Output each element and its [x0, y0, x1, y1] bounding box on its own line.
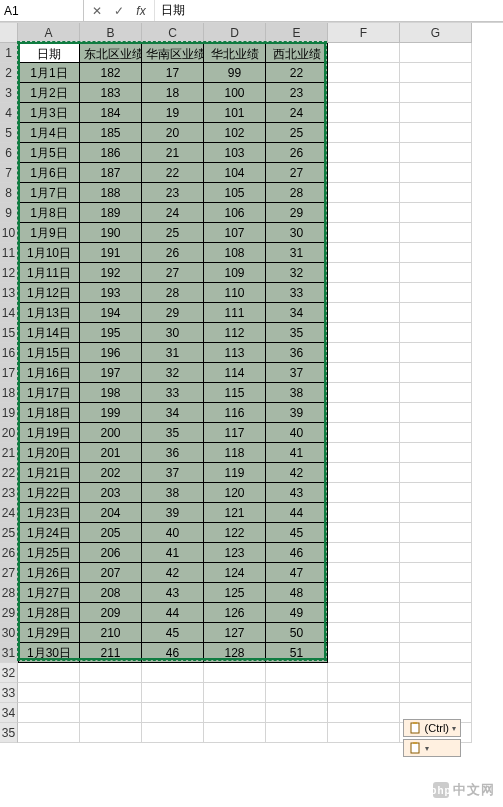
cell[interactable]: 25	[266, 123, 328, 143]
cell[interactable]: 205	[80, 523, 142, 543]
cell[interactable]: 1月17日	[18, 383, 80, 403]
cell[interactable]: 37	[142, 463, 204, 483]
cell[interactable]: 210	[80, 623, 142, 643]
row-header[interactable]: 19	[0, 403, 18, 423]
cell[interactable]: 1月18日	[18, 403, 80, 423]
cell[interactable]: 37	[266, 363, 328, 383]
cell[interactable]: 日期	[18, 43, 80, 63]
row-header[interactable]: 21	[0, 443, 18, 463]
cell[interactable]: 42	[266, 463, 328, 483]
cell[interactable]	[400, 63, 472, 83]
fx-icon[interactable]: fx	[130, 1, 152, 21]
cell[interactable]: 198	[80, 383, 142, 403]
cell[interactable]	[400, 303, 472, 323]
cell[interactable]: 50	[266, 623, 328, 643]
cell[interactable]: 22	[142, 163, 204, 183]
cell[interactable]	[80, 703, 142, 723]
cell[interactable]: 208	[80, 583, 142, 603]
cell[interactable]: 1月4日	[18, 123, 80, 143]
cell[interactable]: 23	[142, 183, 204, 203]
cell[interactable]: 34	[142, 403, 204, 423]
cell[interactable]: 202	[80, 463, 142, 483]
paste-more-button[interactable]: ▾	[403, 739, 461, 757]
row-header[interactable]: 10	[0, 223, 18, 243]
cell[interactable]: 1月7日	[18, 183, 80, 203]
cell[interactable]	[400, 83, 472, 103]
cell[interactable]: 40	[266, 423, 328, 443]
cell[interactable]: 191	[80, 243, 142, 263]
cell[interactable]	[204, 703, 266, 723]
cell[interactable]: 103	[204, 143, 266, 163]
cell[interactable]: 26	[142, 243, 204, 263]
row-header[interactable]: 13	[0, 283, 18, 303]
cell[interactable]	[400, 483, 472, 503]
cell[interactable]	[400, 563, 472, 583]
cell[interactable]	[400, 503, 472, 523]
cell[interactable]: 110	[204, 283, 266, 303]
cell[interactable]	[328, 443, 400, 463]
cell[interactable]: 199	[80, 403, 142, 423]
cell[interactable]	[328, 323, 400, 343]
cell[interactable]	[328, 343, 400, 363]
cell[interactable]: 42	[142, 563, 204, 583]
cell[interactable]	[18, 683, 80, 703]
cell[interactable]: 33	[266, 283, 328, 303]
cell[interactable]	[328, 163, 400, 183]
cell[interactable]: 192	[80, 263, 142, 283]
cell[interactable]	[266, 663, 328, 683]
cell[interactable]	[328, 303, 400, 323]
row-header[interactable]: 26	[0, 543, 18, 563]
cell[interactable]: 128	[204, 643, 266, 663]
cell[interactable]: 1月29日	[18, 623, 80, 643]
cell[interactable]: 28	[142, 283, 204, 303]
cell[interactable]: 126	[204, 603, 266, 623]
cell[interactable]: 120	[204, 483, 266, 503]
cell[interactable]: 25	[142, 223, 204, 243]
cell[interactable]: 1月3日	[18, 103, 80, 123]
cell[interactable]	[204, 723, 266, 743]
cell[interactable]	[400, 243, 472, 263]
cell[interactable]	[328, 223, 400, 243]
cell[interactable]: 1月20日	[18, 443, 80, 463]
row-header[interactable]: 20	[0, 423, 18, 443]
cell[interactable]	[328, 603, 400, 623]
cell[interactable]: 124	[204, 563, 266, 583]
row-header[interactable]: 24	[0, 503, 18, 523]
cell[interactable]: 185	[80, 123, 142, 143]
cell[interactable]	[328, 123, 400, 143]
cell[interactable]: 24	[142, 203, 204, 223]
cell[interactable]: 1月24日	[18, 523, 80, 543]
cell[interactable]	[328, 663, 400, 683]
cell[interactable]	[328, 143, 400, 163]
row-header[interactable]: 28	[0, 583, 18, 603]
cancel-icon[interactable]: ✕	[86, 1, 108, 21]
cell[interactable]: 34	[266, 303, 328, 323]
row-header[interactable]: 27	[0, 563, 18, 583]
cell[interactable]: 1月12日	[18, 283, 80, 303]
cell[interactable]: 193	[80, 283, 142, 303]
row-header[interactable]: 22	[0, 463, 18, 483]
row-header[interactable]: 29	[0, 603, 18, 623]
cell[interactable]: 1月6日	[18, 163, 80, 183]
cell[interactable]: 187	[80, 163, 142, 183]
cell[interactable]: 30	[142, 323, 204, 343]
cell[interactable]: 123	[204, 543, 266, 563]
cell[interactable]	[400, 43, 472, 63]
cell[interactable]: 189	[80, 203, 142, 223]
cell[interactable]	[142, 683, 204, 703]
cell[interactable]: 40	[142, 523, 204, 543]
cell[interactable]: 华北业绩	[204, 43, 266, 63]
cell[interactable]: 35	[142, 423, 204, 443]
cell[interactable]	[400, 683, 472, 703]
row-header[interactable]: 15	[0, 323, 18, 343]
cell[interactable]	[328, 423, 400, 443]
cell[interactable]	[400, 463, 472, 483]
cell[interactable]: 114	[204, 363, 266, 383]
cell[interactable]: 125	[204, 583, 266, 603]
cell[interactable]: 117	[204, 423, 266, 443]
cell[interactable]: 39	[142, 503, 204, 523]
cell[interactable]: 195	[80, 323, 142, 343]
cell[interactable]: 41	[142, 543, 204, 563]
row-header[interactable]: 35	[0, 723, 18, 743]
cell[interactable]: 204	[80, 503, 142, 523]
